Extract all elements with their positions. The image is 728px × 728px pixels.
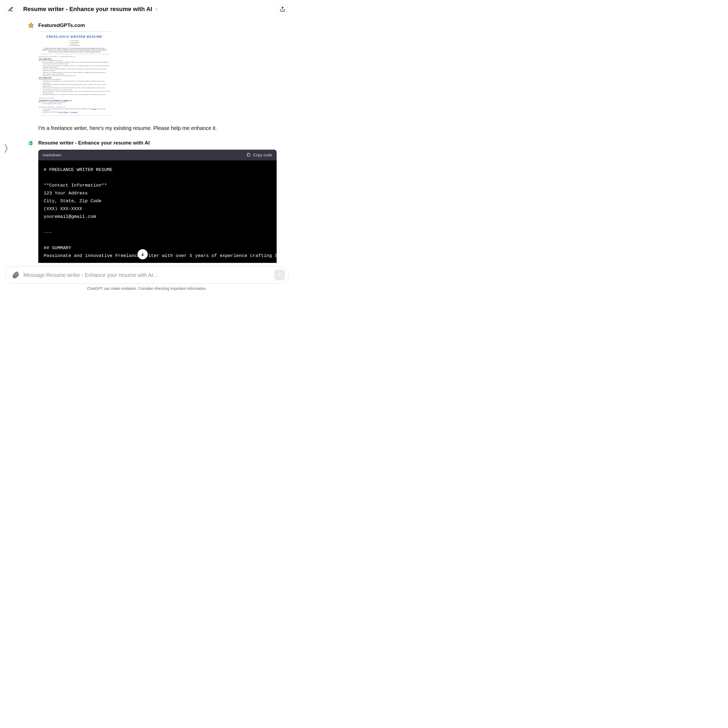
resume-job1-bullets: Write content for 20+ websites related t… (43, 61, 110, 76)
chevron-down-icon (154, 7, 159, 11)
disclaimer-text: ChatGPT can make mistakes. Consider chec… (0, 286, 294, 291)
assistant-avatar (27, 139, 35, 147)
resume-skills-bullets: Expert in Microsoft Office (Word, Excel,… (43, 108, 110, 113)
assistant-message: Resume writer - Enhance your resume with… (27, 139, 278, 263)
document-icon (28, 140, 34, 146)
svg-rect-7 (248, 153, 250, 156)
message-input[interactable] (21, 272, 274, 278)
edit-icon (8, 6, 14, 12)
assistant-name: Resume writer - Enhance your resume with… (38, 140, 150, 146)
page-title-dropdown[interactable]: Resume writer - Enhance your resume with… (23, 6, 277, 13)
code-language-label: markdown (43, 153, 61, 157)
send-button[interactable] (274, 270, 285, 280)
user-message: FeaturedGPTs.com FREELANCE WRITER RESUME… (27, 21, 278, 131)
attachment-resume-preview[interactable]: FREELANCE WRITER RESUME 123 Your Address… (38, 32, 110, 116)
user-name: FeaturedGPTs.com (38, 22, 85, 28)
clipboard-icon (246, 153, 251, 157)
resume-summary: Dynamic and creative freelance writer wi… (39, 47, 110, 55)
copy-code-button[interactable]: Copy code (246, 153, 272, 157)
svg-marker-1 (29, 23, 34, 28)
share-icon (280, 6, 285, 12)
share-button[interactable] (277, 4, 288, 15)
resume-section-education: EDUCATION (39, 97, 110, 99)
resume-section-experience: PROFESSIONAL EXPERIENCE (39, 55, 110, 58)
chat-scroll-area[interactable]: FeaturedGPTs.com FREELANCE WRITER RESUME… (0, 17, 294, 263)
user-avatar (27, 21, 35, 29)
app-header: Resume writer - Enhance your resume with… (0, 0, 294, 17)
resume-job2-bullets: Researched and wrote blog posts, web con… (43, 80, 110, 95)
paperclip-icon (12, 272, 20, 278)
resume-title: FREELANCE WRITER RESUME (39, 35, 110, 39)
code-content[interactable]: # FREELANCE WRITER RESUME **Contact Info… (38, 161, 277, 263)
copy-code-label: Copy code (253, 153, 272, 157)
page-title: Resume writer - Enhance your resume with… (23, 6, 152, 13)
code-block: markdown Copy code # FREELANCE WRITER RE… (38, 150, 277, 263)
arrow-down-icon (140, 252, 145, 257)
attach-button[interactable] (11, 270, 21, 280)
resume-contact: 123 Your Address City, State, Zip Code (… (39, 40, 110, 46)
composer (5, 266, 289, 284)
resume-section-skills: ADDITIONAL SKILLS (39, 106, 110, 108)
user-message-text: I'm a freelance writer, here's my existi… (38, 125, 278, 131)
code-block-header: markdown Copy code (38, 150, 277, 161)
arrow-up-icon (277, 272, 282, 277)
star-icon (28, 22, 34, 28)
scroll-to-bottom-button[interactable] (138, 249, 148, 259)
new-chat-button[interactable] (6, 4, 16, 14)
